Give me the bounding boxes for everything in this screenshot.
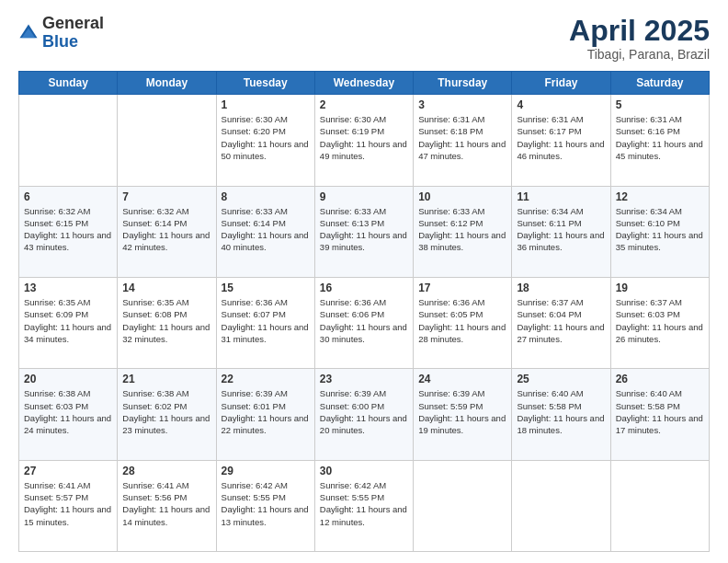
day-number: 29	[222, 465, 310, 477]
calendar-cell: 22Sunrise: 6:39 AMSunset: 6:01 PMDayligh…	[216, 369, 314, 460]
day-info: Sunrise: 6:40 AMSunset: 5:58 PMDaylight:…	[616, 387, 704, 436]
day-number: 22	[222, 373, 310, 385]
calendar-week-4: 20Sunrise: 6:38 AMSunset: 6:03 PMDayligh…	[19, 369, 710, 460]
day-number: 18	[517, 282, 605, 294]
calendar-cell: 29Sunrise: 6:42 AMSunset: 5:55 PMDayligh…	[216, 460, 314, 551]
day-number: 2	[320, 98, 408, 111]
day-info: Sunrise: 6:34 AMSunset: 6:10 PMDaylight:…	[616, 205, 704, 254]
calendar-cell: 7Sunrise: 6:32 AMSunset: 6:14 PMDaylight…	[118, 186, 216, 277]
calendar-cell: 2Sunrise: 6:30 AMSunset: 6:19 PMDaylight…	[314, 95, 413, 186]
logo-blue: Blue	[42, 32, 78, 51]
calendar-cell	[414, 460, 512, 551]
day-number: 5	[616, 98, 704, 111]
calendar-cell: 12Sunrise: 6:34 AMSunset: 6:10 PMDayligh…	[610, 186, 709, 277]
day-number: 10	[418, 190, 506, 203]
day-info: Sunrise: 6:33 AMSunset: 6:12 PMDaylight:…	[418, 205, 506, 254]
day-info: Sunrise: 6:30 AMSunset: 6:19 PMDaylight:…	[320, 113, 408, 162]
calendar-week-1: 1Sunrise: 6:30 AMSunset: 6:20 PMDaylight…	[19, 95, 710, 186]
day-info: Sunrise: 6:35 AMSunset: 6:08 PMDaylight:…	[122, 296, 210, 345]
title-block: April 2025 Tibagi, Parana, Brazil	[569, 15, 710, 62]
day-info: Sunrise: 6:33 AMSunset: 6:13 PMDaylight:…	[320, 205, 408, 254]
calendar-week-5: 27Sunrise: 6:41 AMSunset: 5:57 PMDayligh…	[19, 460, 710, 551]
day-info: Sunrise: 6:36 AMSunset: 6:06 PMDaylight:…	[320, 296, 408, 345]
day-info: Sunrise: 6:39 AMSunset: 5:59 PMDaylight:…	[418, 387, 506, 436]
day-info: Sunrise: 6:31 AMSunset: 6:16 PMDaylight:…	[616, 113, 704, 162]
calendar-cell: 15Sunrise: 6:36 AMSunset: 6:07 PMDayligh…	[216, 277, 314, 368]
day-info: Sunrise: 6:37 AMSunset: 6:04 PMDaylight:…	[517, 296, 605, 345]
logo-general: General	[42, 14, 104, 32]
day-info: Sunrise: 6:38 AMSunset: 6:03 PMDaylight:…	[24, 387, 112, 436]
location: Tibagi, Parana, Brazil	[569, 47, 710, 62]
calendar-cell	[610, 460, 709, 551]
day-number: 20	[24, 373, 112, 385]
calendar-table: Sunday Monday Tuesday Wednesday Thursday…	[18, 71, 710, 552]
calendar-cell: 1Sunrise: 6:30 AMSunset: 6:20 PMDaylight…	[216, 95, 314, 186]
day-number: 11	[517, 190, 605, 203]
month-title: April 2025	[569, 15, 710, 47]
calendar-cell: 13Sunrise: 6:35 AMSunset: 6:09 PMDayligh…	[19, 277, 118, 368]
day-number: 15	[222, 282, 310, 294]
col-monday: Monday	[118, 72, 216, 95]
day-number: 25	[517, 373, 605, 385]
calendar-cell: 9Sunrise: 6:33 AMSunset: 6:13 PMDaylight…	[314, 186, 413, 277]
calendar-cell: 6Sunrise: 6:32 AMSunset: 6:15 PMDaylight…	[19, 186, 118, 277]
header: General Blue April 2025 Tibagi, Parana, …	[18, 15, 710, 62]
calendar-cell: 3Sunrise: 6:31 AMSunset: 6:18 PMDaylight…	[414, 95, 512, 186]
day-number: 8	[222, 190, 310, 203]
day-number: 7	[122, 190, 210, 203]
day-info: Sunrise: 6:34 AMSunset: 6:11 PMDaylight:…	[517, 205, 605, 254]
col-saturday: Saturday	[610, 72, 709, 95]
day-info: Sunrise: 6:31 AMSunset: 6:17 PMDaylight:…	[517, 113, 605, 162]
day-info: Sunrise: 6:39 AMSunset: 6:00 PMDaylight:…	[320, 387, 408, 436]
calendar-cell: 20Sunrise: 6:38 AMSunset: 6:03 PMDayligh…	[19, 369, 118, 460]
calendar-cell: 4Sunrise: 6:31 AMSunset: 6:17 PMDaylight…	[512, 95, 610, 186]
col-tuesday: Tuesday	[216, 72, 314, 95]
day-number: 30	[320, 465, 408, 477]
day-number: 27	[24, 465, 112, 477]
day-info: Sunrise: 6:37 AMSunset: 6:03 PMDaylight:…	[616, 296, 704, 345]
calendar-cell	[512, 460, 610, 551]
day-number: 16	[320, 282, 408, 294]
col-thursday: Thursday	[414, 72, 512, 95]
calendar-cell: 23Sunrise: 6:39 AMSunset: 6:00 PMDayligh…	[314, 369, 413, 460]
calendar-cell: 16Sunrise: 6:36 AMSunset: 6:06 PMDayligh…	[314, 277, 413, 368]
calendar-cell: 28Sunrise: 6:41 AMSunset: 5:56 PMDayligh…	[118, 460, 216, 551]
day-number: 19	[616, 282, 704, 294]
logo-text: General Blue	[42, 15, 104, 52]
day-info: Sunrise: 6:36 AMSunset: 6:05 PMDaylight:…	[418, 296, 506, 345]
calendar-header-row: Sunday Monday Tuesday Wednesday Thursday…	[19, 72, 710, 95]
calendar-cell: 18Sunrise: 6:37 AMSunset: 6:04 PMDayligh…	[512, 277, 610, 368]
day-info: Sunrise: 6:42 AMSunset: 5:55 PMDaylight:…	[222, 479, 310, 528]
day-info: Sunrise: 6:38 AMSunset: 6:02 PMDaylight:…	[122, 387, 210, 436]
day-info: Sunrise: 6:36 AMSunset: 6:07 PMDaylight:…	[222, 296, 310, 345]
logo: General Blue	[18, 15, 104, 52]
calendar-cell: 26Sunrise: 6:40 AMSunset: 5:58 PMDayligh…	[610, 369, 709, 460]
day-number: 4	[517, 98, 605, 111]
page: General Blue April 2025 Tibagi, Parana, …	[0, 0, 728, 563]
calendar-cell: 25Sunrise: 6:40 AMSunset: 5:58 PMDayligh…	[512, 369, 610, 460]
col-friday: Friday	[512, 72, 610, 95]
day-info: Sunrise: 6:32 AMSunset: 6:14 PMDaylight:…	[122, 205, 210, 254]
day-number: 1	[222, 98, 310, 111]
day-number: 26	[616, 373, 704, 385]
col-wednesday: Wednesday	[314, 72, 413, 95]
day-number: 14	[122, 282, 210, 294]
day-info: Sunrise: 6:31 AMSunset: 6:18 PMDaylight:…	[418, 113, 506, 162]
calendar-cell: 30Sunrise: 6:42 AMSunset: 5:55 PMDayligh…	[314, 460, 413, 551]
day-number: 24	[418, 373, 506, 385]
logo-icon	[18, 23, 39, 43]
day-info: Sunrise: 6:33 AMSunset: 6:14 PMDaylight:…	[222, 205, 310, 254]
day-info: Sunrise: 6:30 AMSunset: 6:20 PMDaylight:…	[222, 113, 310, 162]
day-info: Sunrise: 6:42 AMSunset: 5:55 PMDaylight:…	[320, 479, 408, 528]
day-info: Sunrise: 6:32 AMSunset: 6:15 PMDaylight:…	[24, 205, 112, 254]
day-number: 28	[122, 465, 210, 477]
day-number: 23	[320, 373, 408, 385]
calendar-cell: 11Sunrise: 6:34 AMSunset: 6:11 PMDayligh…	[512, 186, 610, 277]
day-number: 9	[320, 190, 408, 203]
calendar-cell: 17Sunrise: 6:36 AMSunset: 6:05 PMDayligh…	[414, 277, 512, 368]
day-number: 13	[24, 282, 112, 294]
calendar-cell	[118, 95, 216, 186]
calendar-cell: 14Sunrise: 6:35 AMSunset: 6:08 PMDayligh…	[118, 277, 216, 368]
day-info: Sunrise: 6:35 AMSunset: 6:09 PMDaylight:…	[24, 296, 112, 345]
calendar-cell	[19, 95, 118, 186]
